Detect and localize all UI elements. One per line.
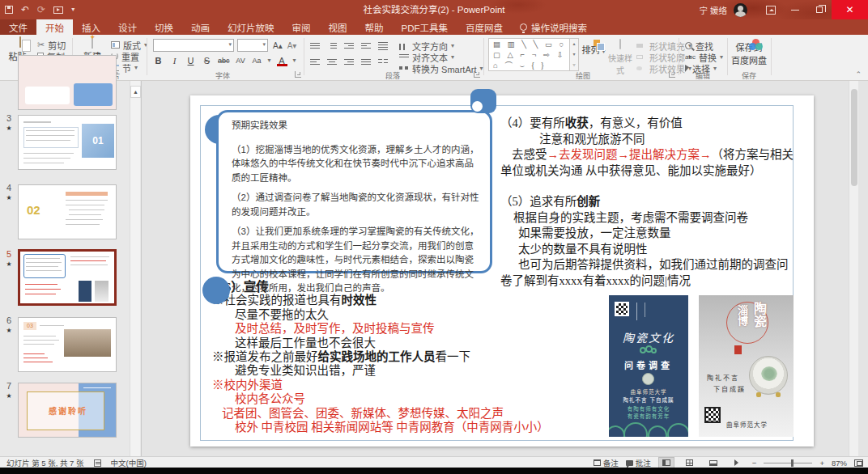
customize-qat-icon[interactable]: ▾ bbox=[71, 6, 74, 13]
zoom-in-button[interactable]: + bbox=[819, 459, 824, 468]
find-button[interactable]: 查找 bbox=[685, 40, 713, 51]
expected-results-textbox[interactable]: 预期实践效果 （1）挖掘淄博当地的优秀文化资源，理解乡土人才的内涵，体味悠久的中… bbox=[216, 110, 492, 273]
slide-sorter-view-button[interactable] bbox=[682, 457, 698, 468]
notes-toggle[interactable]: 备注 bbox=[594, 457, 619, 468]
section-4-textbox[interactable]: （4）要有所收获，有意义，有价值 注意和观光旅游不同 去感受→去发现问题→提出解… bbox=[500, 116, 794, 179]
font-color-button[interactable]: A bbox=[277, 56, 287, 66]
shapes-gallery-scrollbar[interactable]: ▴ ▾ ▿ bbox=[569, 39, 578, 70]
restore-button[interactable] bbox=[807, 0, 832, 19]
tab-view[interactable]: 视图 bbox=[320, 19, 356, 35]
slide-counter[interactable]: 幻灯片 第 5 张, 共 7 张 bbox=[6, 457, 84, 468]
slide-4-thumbnail[interactable]: 02 bbox=[18, 184, 117, 239]
character-spacing-button[interactable]: AV bbox=[236, 57, 246, 65]
tab-help[interactable]: 帮助 bbox=[356, 19, 393, 35]
tab-home[interactable]: 开始 bbox=[36, 19, 73, 35]
zoom-level[interactable]: 87% bbox=[832, 459, 847, 468]
slide-2-thumbnail[interactable] bbox=[18, 55, 117, 110]
align-center-icon[interactable] bbox=[327, 58, 337, 66]
shapes-row-1[interactable]: ▤ ▥ ╲ ╲ ▭ ○ bbox=[489, 39, 578, 49]
tab-slideshow[interactable]: 幻灯片放映 bbox=[219, 19, 283, 35]
align-left-icon[interactable] bbox=[310, 58, 320, 66]
numbering-icon[interactable] bbox=[327, 42, 337, 50]
zoom-slider[interactable] bbox=[764, 463, 812, 463]
gallery-more-icon[interactable]: ▿ bbox=[570, 60, 578, 70]
slide-3-thumbnail[interactable]: 01 bbox=[18, 115, 117, 170]
bullets-icon[interactable] bbox=[310, 42, 320, 50]
section-6-textbox[interactable]: （6）宣传 ※社会实践的报道也具有时效性 尽量不要拖的太久 及时总结，及时写作，… bbox=[212, 280, 549, 434]
paragraph-dialog-launcher[interactable] bbox=[474, 71, 480, 78]
thumbnail-scrollbar[interactable] bbox=[130, 81, 140, 456]
proofing-icon[interactable] bbox=[94, 459, 101, 467]
shapes-gallery[interactable]: ▤ ▥ ╲ ╲ ▭ ○ ▢ △ ⌐ ¬ ⇨ ⇩ ⌂ ⌒ ⌣ { } ▴ ▾ ▿ bbox=[488, 38, 579, 71]
tab-design[interactable]: 设计 bbox=[109, 19, 146, 35]
collapse-ribbon-icon[interactable]: ⌃ bbox=[855, 70, 862, 78]
zoom-slider-thumb[interactable] bbox=[791, 459, 794, 467]
decrease-indent-icon[interactable] bbox=[344, 42, 354, 50]
undo-icon[interactable]: ↶ bbox=[21, 5, 29, 15]
align-right-icon[interactable] bbox=[344, 58, 354, 66]
poster-ceramic-culture[interactable]: 陶瓷文化 问卷调查 曲阜师范大学 陶礼不言 下自成蹊 有陶有师有文化 有瓷有韵有… bbox=[609, 295, 688, 437]
font-dialog-launcher[interactable] bbox=[295, 71, 301, 78]
avatar[interactable] bbox=[734, 3, 747, 17]
editor-scrollbar-thumb[interactable] bbox=[851, 89, 857, 186]
bold-button[interactable]: B bbox=[153, 56, 164, 66]
gallery-up-icon[interactable]: ▴ bbox=[570, 39, 578, 49]
zoom-out-button[interactable]: − bbox=[752, 459, 757, 468]
save-to-baidu-button[interactable]: 保存到 百度网盘 bbox=[731, 39, 767, 66]
shape-fill-button[interactable]: 形状填充 ▾ bbox=[636, 40, 691, 51]
editor-scrollbar[interactable] bbox=[849, 81, 858, 456]
grow-font-button[interactable]: A▴ bbox=[273, 41, 283, 50]
shrink-font-button[interactable]: A▾ bbox=[287, 41, 297, 50]
tab-transitions[interactable]: 切换 bbox=[146, 19, 182, 35]
save-icon[interactable] bbox=[5, 6, 13, 14]
shapes-row-2[interactable]: ▢ △ ⌐ ¬ ⇨ ⇩ bbox=[489, 49, 578, 60]
tell-me-search[interactable]: 操作说明搜索 bbox=[512, 19, 595, 35]
align-text-button[interactable]: 对齐文本 ▾ bbox=[399, 52, 454, 62]
replace-button[interactable]: abc替换 ▾ bbox=[685, 52, 723, 62]
shapes-row-3[interactable]: ⌂ ⌒ ⌣ { } bbox=[489, 60, 578, 70]
italic-button[interactable]: I bbox=[169, 56, 180, 66]
justify-icon[interactable] bbox=[361, 58, 371, 66]
cut-button[interactable]: ✂剪切 bbox=[37, 40, 66, 50]
text-direction-button[interactable]: 文字方向 ▾ bbox=[399, 40, 454, 51]
drawing-dialog-launcher[interactable] bbox=[669, 71, 675, 78]
comments-toggle[interactable]: 批注 bbox=[626, 457, 651, 468]
gallery-down-icon[interactable]: ▾ bbox=[570, 49, 578, 60]
font-size-combo[interactable] bbox=[237, 39, 268, 52]
line-spacing-icon[interactable] bbox=[378, 42, 388, 50]
section-5-textbox[interactable]: （5）追求有所创新 根据自身的实践主题，考虑需不需要调查问卷 如果需要投放，一定… bbox=[500, 194, 789, 289]
text-shadow-button[interactable]: S bbox=[202, 56, 212, 66]
normal-view-button[interactable] bbox=[658, 457, 674, 468]
redo-icon[interactable]: ⟳ bbox=[37, 5, 45, 15]
slide-6-thumbnail[interactable]: 03 bbox=[18, 317, 117, 372]
slideshow-view-button[interactable] bbox=[729, 457, 745, 468]
shape-outline-button[interactable]: 形状轮廓 ▾ bbox=[636, 52, 691, 62]
poster-zibo-ceramics[interactable]: 淄博 陶瓷 陶礼不言 下自成蹊 曲阜师范大学 bbox=[699, 295, 794, 437]
user-name[interactable]: 宁 媛络 bbox=[700, 4, 727, 16]
slide-editor[interactable]: 预期实践效果 （1）挖掘淄博当地的优秀文化资源，理解乡土人才的内涵，体味悠久的中… bbox=[190, 95, 814, 446]
tab-pdf-tools[interactable]: PDF工具集 bbox=[393, 19, 457, 35]
reading-view-button[interactable] bbox=[705, 457, 721, 468]
tab-baidu-netdisk[interactable]: 百度网盘 bbox=[457, 19, 512, 35]
fit-slide-to-window-button[interactable] bbox=[854, 459, 863, 467]
tab-review[interactable]: 审阅 bbox=[283, 19, 320, 35]
quick-styles-button[interactable]: 快速样式 bbox=[607, 40, 633, 76]
tab-file[interactable]: 文件 bbox=[0, 19, 36, 35]
thumbnail-scroll-up-button[interactable]: ▲ bbox=[130, 86, 141, 98]
ribbon-display-options-button[interactable] bbox=[759, 0, 783, 19]
change-case-button[interactable]: Aa bbox=[252, 57, 262, 65]
language-indicator[interactable]: 中文(中国) bbox=[111, 457, 147, 468]
close-button[interactable]: ✕ bbox=[832, 0, 868, 19]
columns-icon[interactable] bbox=[378, 58, 388, 66]
layout-button[interactable]: 版式 ▾ bbox=[111, 40, 147, 50]
increase-indent-icon[interactable] bbox=[361, 42, 371, 50]
strikethrough-button[interactable]: abc bbox=[218, 57, 230, 65]
slide-5-thumbnail[interactable] bbox=[18, 249, 117, 306]
slide-7-thumbnail[interactable]: 感谢聆听 bbox=[18, 383, 117, 438]
font-name-combo[interactable] bbox=[153, 39, 234, 52]
tab-animations[interactable]: 动画 bbox=[182, 19, 219, 35]
arrange-button[interactable]: 排列 ▾ bbox=[581, 40, 606, 56]
start-slideshow-icon[interactable] bbox=[53, 6, 63, 14]
minimize-button[interactable] bbox=[783, 0, 807, 19]
underline-button[interactable]: U bbox=[185, 56, 196, 66]
